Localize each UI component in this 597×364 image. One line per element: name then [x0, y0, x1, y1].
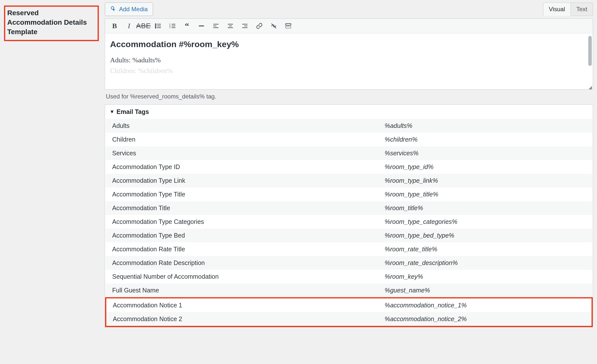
bullet-list-button[interactable]: [153, 21, 163, 31]
tab-text[interactable]: Text: [571, 2, 593, 16]
tag-value: %room_title%: [378, 201, 592, 215]
tag-label: Children: [106, 133, 378, 146]
blockquote-button[interactable]: “: [182, 21, 192, 31]
table-row: Accommodation Notice 2%accommodation_not…: [106, 312, 592, 327]
svg-rect-25: [286, 26, 291, 28]
tag-value: %room_type_id%: [378, 160, 592, 174]
tag-value: %room_type_link%: [378, 174, 592, 187]
table-row: Accommodation Type Bed%room_type_bed_typ…: [106, 229, 592, 242]
email-tags-toggle[interactable]: ▼ Email Tags: [105, 105, 593, 119]
section-title: Reserved Accommodation Details Template: [4, 5, 99, 41]
tag-label: Accommodation Type ID: [106, 160, 378, 174]
table-row: Accommodation Notice 1%accommodation_not…: [106, 298, 592, 312]
media-icon: [110, 5, 117, 13]
svg-point-5: [155, 27, 156, 28]
content-line-2: Children: %children%: [110, 65, 588, 76]
table-row: Accommodation Type Link%room_type_link%: [106, 174, 592, 187]
align-right-button[interactable]: [240, 21, 250, 31]
content-line-1: Adults: %adults%: [110, 55, 588, 65]
add-media-label: Add Media: [119, 6, 148, 13]
tag-value: %accommodation_notice_1%: [378, 298, 592, 312]
tag-label: Adults: [106, 119, 378, 133]
tag-value: %adults%: [378, 119, 592, 133]
svg-text:3: 3: [169, 26, 170, 29]
table-row: Full Guest Name%guest_name%: [106, 283, 592, 298]
email-tags-table: Adults%adults%Children%children%Services…: [105, 119, 593, 327]
tab-visual[interactable]: Visual: [543, 2, 571, 16]
tag-value: %room_rate_title%: [378, 242, 592, 256]
unlink-button[interactable]: [269, 21, 279, 31]
table-row: Accommodation Type Title%room_type_title…: [106, 187, 592, 201]
svg-point-0: [111, 6, 114, 9]
tag-value: %services%: [378, 146, 592, 160]
bold-button[interactable]: B: [110, 21, 120, 31]
tag-value: %guest_name%: [378, 283, 592, 298]
table-row: Services%services%: [106, 146, 592, 160]
tag-label: Accommodation Notice 2: [106, 312, 378, 327]
horizontal-rule-button[interactable]: [196, 21, 206, 31]
caret-down-icon: ▼: [110, 109, 115, 115]
table-row: Accommodation Type ID%room_type_id%: [106, 160, 592, 174]
tag-label: Accommodation Title: [106, 201, 378, 215]
tag-value: %room_type_title%: [378, 187, 592, 201]
align-left-button[interactable]: [211, 21, 221, 31]
tag-label: Accommodation Rate Title: [106, 242, 378, 256]
tag-label: Accommodation Rate Description: [106, 256, 378, 270]
align-center-button[interactable]: [225, 21, 235, 31]
tag-value: %room_type_bed_type%: [378, 229, 592, 242]
table-row: Accommodation Rate Title%room_rate_title…: [106, 242, 592, 256]
resize-handle[interactable]: ◢: [105, 86, 593, 89]
table-row: Children%children%: [106, 133, 592, 146]
tag-value: %children%: [378, 133, 592, 146]
content-heading: Accommodation #%room_key%: [110, 39, 588, 49]
svg-rect-24: [286, 24, 291, 25]
editor-toolbar: B I ABE 123 “: [105, 19, 593, 33]
editor-tabs: Visual Text: [543, 2, 593, 16]
tag-value: %room_rate_description%: [378, 256, 592, 270]
tag-label: Accommodation Type Bed: [106, 229, 378, 242]
table-row: Accommodation Title%room_title%: [106, 201, 592, 215]
tag-label: Accommodation Type Title: [106, 187, 378, 201]
italic-button[interactable]: I: [124, 21, 134, 31]
toolbar-toggle-button[interactable]: [283, 21, 293, 31]
tag-label: Accommodation Notice 1: [106, 298, 378, 312]
tag-label: Accommodation Type Categories: [106, 215, 378, 229]
scrollbar[interactable]: [588, 36, 592, 83]
strikethrough-button[interactable]: ABE: [139, 21, 149, 31]
table-row: Adults%adults%: [106, 119, 592, 133]
add-media-button[interactable]: Add Media: [105, 2, 153, 16]
tag-label: Accommodation Type Link: [106, 174, 378, 187]
email-tags-title: Email Tags: [117, 108, 149, 115]
svg-point-1: [155, 24, 156, 25]
tag-value: %accommodation_notice_2%: [378, 312, 592, 327]
tag-label: Full Guest Name: [106, 283, 378, 298]
tag-label: Services: [106, 146, 378, 160]
email-tags-panel: ▼ Email Tags Adults%adults%Children%chil…: [105, 104, 593, 327]
table-row: Sequential Number of Accommodation%room_…: [106, 270, 592, 283]
numbered-list-button[interactable]: 123: [167, 21, 177, 31]
tag-value: %room_type_categories%: [378, 215, 592, 229]
table-row: Accommodation Rate Description%room_rate…: [106, 256, 592, 270]
scrollbar-thumb[interactable]: [588, 36, 592, 66]
helper-text: Used for %reserved_rooms_details% tag.: [105, 90, 593, 104]
tag-label: Sequential Number of Accommodation: [106, 270, 378, 283]
tag-value: %room_key%: [378, 270, 592, 283]
svg-point-3: [155, 25, 156, 26]
link-button[interactable]: [254, 21, 264, 31]
editor-content[interactable]: Accommodation #%room_key% Adults: %adult…: [105, 33, 593, 86]
editor: B I ABE 123 “: [105, 18, 593, 90]
table-row: Accommodation Type Categories%room_type_…: [106, 215, 592, 229]
